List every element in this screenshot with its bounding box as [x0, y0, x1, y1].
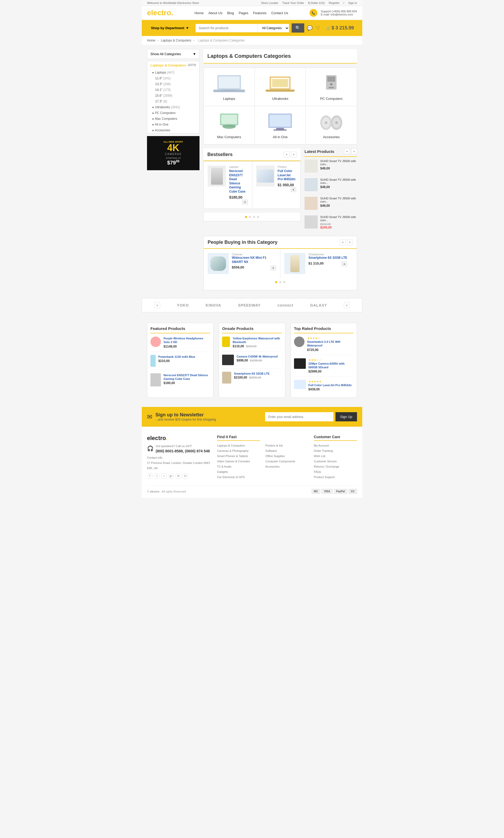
chat-icon[interactable]: 💬: [307, 25, 313, 31]
people-name-1[interactable]: Smartphone 6S 32GB LTE: [308, 256, 347, 260]
category-card-pc[interactable]: PC Computers: [306, 68, 357, 106]
sidebar-item-14[interactable]: 14.1" (173): [147, 87, 199, 93]
sidebar-item-accessories[interactable]: ▸ Accesories: [147, 127, 199, 133]
store-locator[interactable]: Store Locator: [261, 1, 278, 4]
footer-link-tracking[interactable]: Order Tracking: [314, 449, 333, 452]
brands-next[interactable]: ›: [344, 302, 350, 308]
brand-speedway[interactable]: SPEEDWAY: [238, 303, 261, 307]
bestseller-name-0[interactable]: Nerocool ENS2377 Dead Silence Gaming Cub…: [229, 169, 248, 194]
sidebar-item-ultrabooks[interactable]: ▸ Ultrabooks (2041): [147, 104, 199, 110]
footer-link-car[interactable]: Car Electronic & GPS: [217, 475, 245, 478]
footer-link-accessories-f[interactable]: Accesories: [265, 465, 280, 468]
sidebar-item-laptops-computers[interactable]: Laptops & Computers (2070): [147, 61, 199, 70]
brand-kinova[interactable]: KINOVA: [205, 303, 221, 307]
nav-pages[interactable]: Pages: [239, 11, 248, 15]
brand-connect[interactable]: connect: [277, 303, 293, 307]
nav-features[interactable]: Features: [253, 11, 267, 15]
featured-name-2[interactable]: Nerocool ENS2377 Dead Silence Gaming Cub…: [164, 373, 210, 381]
search-input[interactable]: [196, 24, 257, 32]
twitter-icon[interactable]: t: [154, 473, 160, 479]
category-card-laptops[interactable]: Laptops: [204, 68, 255, 106]
sidebar-item-11[interactable]: 11.6" (241): [147, 75, 199, 81]
signin-link[interactable]: Sign in: [348, 1, 357, 4]
latest-price-0: $49,00: [320, 167, 357, 170]
add-to-cart-1[interactable]: +: [291, 187, 296, 192]
people-next[interactable]: ›: [347, 239, 353, 245]
sidebar-item-laptops[interactable]: ▸ Laptops (447): [147, 70, 199, 75]
brand-yoko[interactable]: YOKO: [177, 303, 189, 307]
sidebar-item-mac[interactable]: ▸ Mac Computers: [147, 116, 199, 122]
facebook-icon[interactable]: f: [147, 473, 153, 479]
category-card-accessories[interactable]: Accesories: [306, 106, 357, 144]
latest-name-2: SUHD Smart TV J9500 with curv...: [320, 197, 357, 203]
onsale-name-1[interactable]: Camera C430W 4k Waterproof: [236, 355, 278, 358]
bestseller-name-1[interactable]: Full Color LaserJet Pro M452dn: [278, 169, 296, 181]
footer-link-software[interactable]: Software: [265, 449, 277, 452]
sidebar-item-allinone[interactable]: ▸ All in One: [147, 122, 199, 127]
sidebar-item-15[interactable]: 15.6" (2589): [147, 93, 199, 99]
footer-link-laptops[interactable]: Laptops & Computers: [217, 444, 245, 447]
onsale-name-0[interactable]: Yellow Earphones Waterproof with Bluetoo…: [233, 336, 282, 344]
footer-link-faqs[interactable]: FAQs: [314, 470, 321, 473]
top-rated-name-2[interactable]: Full Color LaserJet Pro M452dn: [308, 383, 352, 387]
cart-button[interactable]: 🛒 $ 3 215.99: [323, 23, 357, 33]
latest-next[interactable]: ›: [351, 149, 357, 154]
top-rated-name-1[interactable]: 22Mps Camera 6200U with 500GB SDcard: [308, 362, 354, 369]
newsletter-email[interactable]: [265, 412, 334, 421]
show-categories-button[interactable]: Show All Categories ▼: [147, 49, 199, 59]
sidebar-item-17[interactable]: 17.3" (8): [147, 99, 199, 104]
footer-link-cameras[interactable]: Cameras & Photography: [217, 449, 249, 452]
search-button[interactable]: 🔍: [292, 23, 304, 33]
newsletter-signup-button[interactable]: Sign Up: [336, 412, 357, 421]
footer-link-support[interactable]: Product Support: [314, 475, 335, 478]
linkedin-icon[interactable]: in: [182, 473, 188, 479]
email-icon[interactable]: ✉: [175, 473, 181, 479]
google-plus-icon[interactable]: g+: [168, 473, 174, 479]
footer-link-office[interactable]: Office Supplies: [265, 454, 285, 458]
logo[interactable]: electro.: [147, 9, 173, 17]
breadcrumb-home[interactable]: Home: [147, 39, 156, 42]
footer-link-gadgets[interactable]: Gadgets: [217, 470, 228, 473]
support-phone: Support (+800) 856 800 604: [321, 10, 357, 13]
wishlist-icon[interactable]: ♡: [316, 25, 320, 31]
bestsellers-prev[interactable]: ‹: [284, 152, 290, 157]
footer-link-smartphones[interactable]: Smart Phones & Tablets: [217, 454, 248, 458]
nav-contact[interactable]: Contact Us: [271, 11, 288, 15]
brands-prev[interactable]: ‹: [154, 302, 160, 308]
footer-link-wishlist[interactable]: Wish List: [314, 454, 326, 458]
footer-link-components[interactable]: Computer Components: [265, 460, 295, 463]
featured-name-1[interactable]: Powerbank 1130 mAh Blue: [158, 355, 195, 359]
footer-link-service[interactable]: Customer Service: [314, 460, 337, 463]
footer-link-tv[interactable]: TV & Audio: [217, 465, 232, 468]
people-name-0[interactable]: Widescreen NX Mini F1 SMART NX: [232, 256, 276, 264]
category-card-allinone[interactable]: All in One: [255, 106, 306, 144]
footer-link-myaccount[interactable]: My Account: [314, 444, 329, 447]
people-prev[interactable]: ‹: [340, 239, 346, 245]
add-to-cart-0[interactable]: +: [242, 199, 248, 205]
breadcrumb-laptops[interactable]: Laptops & Computers: [161, 39, 191, 42]
latest-prev[interactable]: ‹: [344, 149, 350, 154]
sidebar-item-13[interactable]: 13.3" (248): [147, 81, 199, 87]
footer-link-printers[interactable]: Printers & Ink: [265, 444, 283, 447]
sidebar-item-pc[interactable]: ▸ PC Computers: [147, 110, 199, 116]
onsale-name-2[interactable]: Smartphone 6S 32GB LTE: [234, 372, 270, 376]
currency-selector[interactable]: $ Dollar (US): [308, 1, 325, 4]
people-add-0[interactable]: +: [270, 265, 276, 270]
nav-blog[interactable]: Blog: [227, 11, 234, 15]
nav-about[interactable]: About Us: [209, 11, 222, 15]
top-rated-name-0[interactable]: Smartwatch 2.0 LTE Wifi Waterproof: [307, 340, 354, 348]
track-order[interactable]: Track Your Order: [282, 1, 304, 4]
footer-link-games[interactable]: Video Games & Consoles: [217, 460, 250, 463]
rss-icon[interactable]: r: [161, 473, 167, 479]
bestsellers-next[interactable]: ›: [291, 152, 296, 157]
category-card-ultrabooks[interactable]: Ultrabooks: [255, 68, 306, 106]
shop-by-department-button[interactable]: Shop by Department ▼: [147, 24, 193, 32]
nav-home[interactable]: Home: [195, 11, 204, 15]
register-link[interactable]: Register: [329, 1, 339, 4]
brand-galaxy[interactable]: GALAXY: [310, 303, 327, 307]
category-select[interactable]: All Categories: [257, 24, 289, 32]
footer-link-returns[interactable]: Returns / Exchange: [314, 465, 339, 468]
category-card-mac[interactable]: Mac Computers: [204, 106, 255, 144]
people-add-1[interactable]: +: [341, 261, 347, 267]
featured-name-0[interactable]: Purple Wireless Headphones Solo 2 HD: [164, 336, 210, 344]
